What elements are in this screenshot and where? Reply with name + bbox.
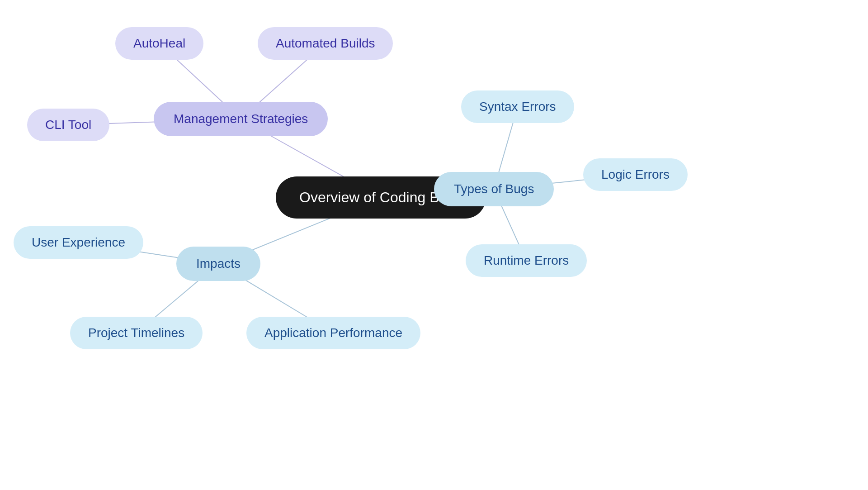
types-of-bugs-node: Types of Bugs: [434, 172, 554, 206]
cli-tool-node: CLI Tool: [27, 109, 109, 141]
syntax-errors-node: Syntax Errors: [461, 90, 574, 123]
project-timelines-node: Project Timelines: [70, 317, 203, 349]
runtime-errors-node: Runtime Errors: [466, 244, 587, 277]
user-experience-node: User Experience: [14, 226, 143, 259]
automated-builds-node: Automated Builds: [258, 27, 393, 60]
impacts-node: Impacts: [176, 247, 260, 281]
autoheal-node: AutoHeal: [115, 27, 203, 60]
app-performance-node: Application Performance: [246, 317, 420, 349]
management-strategies-node: Management Strategies: [154, 102, 328, 136]
logic-errors-node: Logic Errors: [583, 158, 688, 191]
